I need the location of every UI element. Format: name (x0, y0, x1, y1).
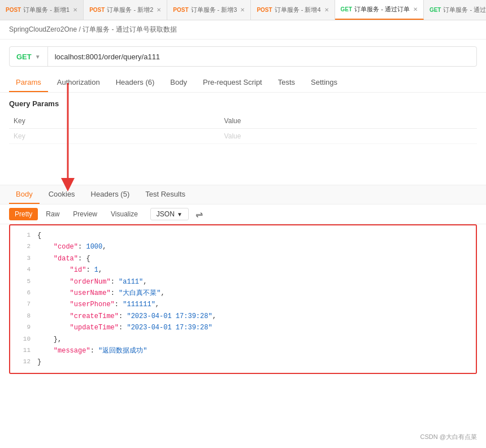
method-text: GET (16, 53, 32, 61)
tab-post4-label: 订单服务 - 新增4 (275, 6, 321, 14)
json-line-7: 7 "userPhone": "111111", (10, 299, 476, 310)
tab-authorization[interactable]: Authorization (50, 73, 107, 92)
json-output: 1 { 2 "code": 1000, 3 "data": { 4 " (9, 224, 477, 374)
tab-post1[interactable]: POST 订单服务 - 新增1 ✕ (0, 0, 84, 20)
params-placeholder-row: Key Value (9, 129, 477, 144)
method-badge-get6: GET (429, 7, 441, 13)
key-placeholder[interactable]: Key (9, 129, 220, 144)
method-badge-post4: POST (257, 7, 272, 13)
tab-get6[interactable]: GET 订单服务 - 通过用户 ✕ (424, 0, 486, 20)
method-badge-get5: GET (341, 6, 353, 12)
response-tabs: Body Cookies Headers (5) Test Results (0, 185, 486, 205)
view-tab-visualize[interactable]: Visualize (105, 208, 144, 220)
json-line-1: 1 { (10, 230, 476, 241)
wrap-icon[interactable]: ⇌ (196, 209, 203, 220)
desc-placeholder (430, 129, 477, 144)
json-line-6: 6 "userName": "大白真不菜", (10, 288, 476, 299)
resp-tab-body[interactable]: Body (9, 185, 40, 204)
json-line-11: 11 "message": "返回数据成功" (10, 345, 476, 356)
view-tab-pretty[interactable]: Pretty (9, 208, 38, 220)
method-badge-post2: POST (89, 7, 105, 13)
method-selector[interactable]: GET ▼ (10, 47, 48, 66)
tab-post3[interactable]: POST 订单服务 - 新增3 ✕ (167, 0, 251, 20)
view-tab-preview[interactable]: Preview (67, 208, 103, 220)
format-chevron-icon: ▼ (177, 211, 183, 218)
json-line-3: 3 "data": { (10, 253, 476, 264)
tab-headers[interactable]: Headers (6) (109, 73, 162, 92)
params-section: Query Params Key Value Key Value (0, 93, 486, 151)
tab-params[interactable]: Params (9, 73, 48, 92)
tab-settings[interactable]: Settings (304, 73, 344, 92)
tab-post2[interactable]: POST 订单服务 - 新增2 ✕ (84, 0, 167, 20)
json-line-8: 8 "createTime": "2023-04-01 17:39:28", (10, 311, 476, 322)
breadcrumb-root[interactable]: SpringCloudZero2One (9, 25, 77, 33)
close-icon-tab4[interactable]: ✕ (324, 7, 329, 13)
main-area: Query Params Key Value Key Value (0, 93, 486, 374)
url-input[interactable] (48, 53, 476, 61)
breadcrumb-page: 订单服务 - 通过订单号获取数据 (83, 25, 177, 33)
json-line-2: 2 "code": 1000, (10, 241, 476, 253)
col-header-desc (430, 114, 477, 129)
breadcrumb: SpringCloudZero2One / 订单服务 - 通过订单号获取数据 (0, 20, 486, 40)
resp-tab-headers[interactable]: Headers (5) (84, 185, 137, 204)
method-badge-post1: POST (6, 7, 21, 13)
close-icon-tab3[interactable]: ✕ (240, 7, 245, 13)
close-icon-tab1[interactable]: ✕ (73, 7, 77, 13)
view-tab-raw[interactable]: Raw (40, 208, 65, 220)
json-line-5: 5 "orderNum": "a111", (10, 276, 476, 288)
tab-body[interactable]: Body (163, 73, 194, 92)
format-label: JSON (157, 210, 175, 218)
resp-tab-cookies[interactable]: Cookies (42, 185, 82, 204)
watermark: CSDN @大白有点菜 (420, 433, 477, 441)
tab-get5-label: 订单服务 - 通过订单 (354, 5, 410, 14)
tab-post1-label: 订单服务 - 新增1 (23, 6, 70, 14)
method-chevron-icon: ▼ (35, 54, 41, 60)
value-placeholder[interactable]: Value (220, 129, 431, 144)
tab-tests[interactable]: Tests (271, 73, 302, 92)
col-header-value: Value (220, 114, 431, 129)
json-line-10: 10 }, (10, 334, 476, 345)
url-bar: GET ▼ (9, 46, 477, 67)
resp-tab-test-results[interactable]: Test Results (138, 185, 192, 204)
json-line-9: 9 "updateTime": "2023-04-01 17:39:28" (10, 322, 476, 333)
close-icon-tab2[interactable]: ✕ (157, 7, 161, 13)
response-section: Body Cookies Headers (5) Test Results Pr… (0, 185, 486, 374)
request-tabs: Params Authorization Headers (6) Body Pr… (0, 73, 486, 93)
tab-get5[interactable]: GET 订单服务 - 通过订单 ✕ (335, 0, 424, 20)
query-params-title: Query Params (9, 99, 477, 108)
view-tabs: Pretty Raw Preview Visualize JSON ▼ ⇌ (0, 205, 486, 224)
method-badge-post3: POST (173, 7, 188, 13)
tab-pre-request-script[interactable]: Pre-request Script (196, 73, 269, 92)
tab-post4[interactable]: POST 订单服务 - 新增4 ✕ (251, 0, 335, 20)
col-header-key: Key (9, 114, 220, 129)
tab-post3-label: 订单服务 - 新增3 (191, 6, 237, 14)
tab-get6-label: 订单服务 - 通过用户 (443, 6, 486, 14)
tab-post2-label: 订单服务 - 新增2 (107, 6, 153, 14)
format-selector[interactable]: JSON ▼ (150, 208, 189, 220)
arrow-annotation-area (0, 151, 486, 185)
params-table: Key Value Key Value (9, 114, 477, 144)
top-tab-bar: POST 订单服务 - 新增1 ✕ POST 订单服务 - 新增2 ✕ POST… (0, 0, 486, 20)
json-line-12: 12 } (10, 356, 476, 368)
close-icon-tab5[interactable]: ✕ (413, 6, 418, 12)
json-line-4: 4 "id": 1, (10, 264, 476, 276)
